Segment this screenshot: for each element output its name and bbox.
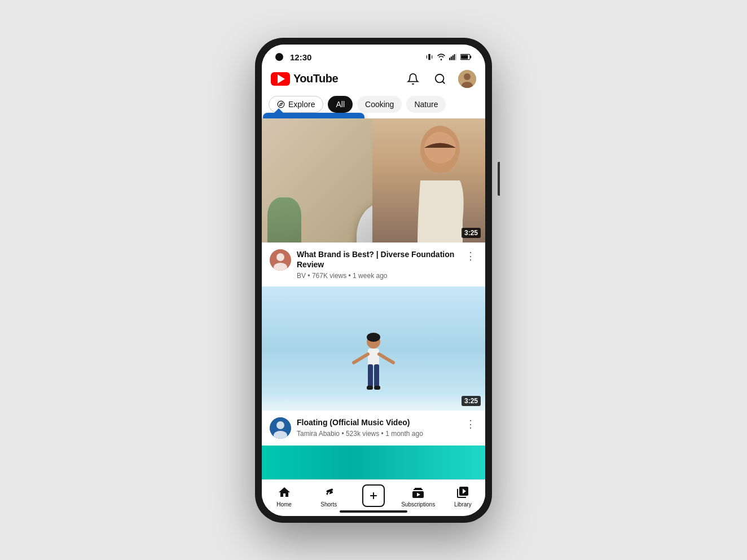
plant-decoration <box>267 197 301 242</box>
home-icon <box>278 486 291 499</box>
nav-home-label: Home <box>276 501 292 508</box>
svg-line-26 <box>379 354 393 363</box>
explore-label: Explore <box>288 100 315 109</box>
add-icon <box>362 484 385 507</box>
compass-icon <box>277 100 285 108</box>
nav-add[interactable] <box>357 484 390 509</box>
ground-hint <box>262 394 485 411</box>
nav-home[interactable]: Home <box>267 486 301 508</box>
svg-rect-6 <box>454 54 455 60</box>
video-2-info: Floating (Official Music Video) Tamira A… <box>262 411 485 446</box>
video-2-meta: Floating (Official Music Video) Tamira A… <box>297 417 458 438</box>
svg-rect-3 <box>449 58 450 60</box>
svg-point-15 <box>278 101 284 108</box>
svg-rect-9 <box>461 55 468 59</box>
person-silhouette <box>372 118 485 242</box>
avatar-person-icon <box>270 249 291 271</box>
video-2-more-button[interactable]: ⋮ <box>464 417 477 431</box>
svg-rect-2 <box>432 55 432 59</box>
svg-point-13 <box>464 73 471 80</box>
svg-rect-29 <box>367 386 373 390</box>
vibrate-icon <box>425 53 433 61</box>
subscriptions-icon <box>411 486 425 499</box>
signal-icon <box>449 54 457 60</box>
bell-icon <box>407 73 419 85</box>
phone-frame: 12:30 YouTube <box>255 38 492 523</box>
svg-rect-5 <box>452 55 454 60</box>
camera-dot <box>275 53 283 61</box>
video-1-thumbnail[interactable]: 3:25 <box>262 118 485 242</box>
video-1-channel-avatar[interactable] <box>270 249 291 271</box>
video-1-meta: What Brand is Best? | Diverse Foundation… <box>297 249 458 280</box>
play-triangle <box>278 74 285 83</box>
youtube-icon <box>271 72 290 86</box>
video-1-thumb-bg <box>262 118 485 242</box>
svg-rect-30 <box>374 386 380 390</box>
video-2-thumbnail[interactable]: 3:25 <box>262 286 485 411</box>
phone-screen: 12:30 YouTube <box>262 45 485 516</box>
search-button[interactable] <box>431 70 449 88</box>
avatar-person-2-icon <box>270 417 291 439</box>
nav-subscriptions-label: Subscriptions <box>401 501 435 508</box>
video-1-title: What Brand is Best? | Diverse Foundation… <box>297 249 458 270</box>
category-bar: Explore Explore YouTube Find trending vi… <box>262 94 485 118</box>
svg-marker-16 <box>280 103 283 105</box>
youtube-wordmark: YouTube <box>293 72 338 85</box>
nav-library-label: Library <box>454 501 472 508</box>
video-1-more-button[interactable]: ⋮ <box>464 249 477 263</box>
library-icon <box>456 486 469 499</box>
nav-shorts-label: Shorts <box>320 501 337 508</box>
video-2-avatar-bg <box>270 417 291 439</box>
video-2-duration: 3:25 <box>462 396 481 406</box>
explore-tooltip: Explore YouTube Find trending videos and… <box>263 113 364 118</box>
svg-rect-1 <box>427 55 427 59</box>
partial-thumbnail[interactable] <box>262 446 485 479</box>
svg-rect-27 <box>368 364 373 387</box>
svg-point-23 <box>367 333 380 342</box>
content-area[interactable]: 3:25 What Brand is Best? | Diverse Found… <box>262 118 485 479</box>
chip-nature[interactable]: Nature <box>406 96 446 113</box>
video-2-sub: Tamira Ababio • 523k views • 1 month ago <box>297 430 458 438</box>
video-2-title: Floating (Official Music Video) <box>297 417 458 427</box>
svg-rect-10 <box>470 56 471 59</box>
video-2-thumb-bg <box>262 286 485 411</box>
partial-thumb-bg <box>262 446 485 479</box>
video-1-avatar-bg <box>270 249 291 271</box>
search-icon <box>434 73 446 85</box>
floating-person-svg <box>351 332 396 394</box>
status-icons <box>425 53 472 61</box>
svg-line-25 <box>354 354 368 363</box>
battery-icon <box>460 54 472 60</box>
svg-rect-7 <box>455 54 456 60</box>
nav-library[interactable]: Library <box>446 486 480 508</box>
status-time: 12:30 <box>290 52 311 62</box>
video-2-channel-avatar[interactable] <box>270 417 291 439</box>
svg-rect-0 <box>428 54 430 60</box>
video-1-sub: BV • 767K views • 1 week ago <box>297 272 458 280</box>
account-button[interactable] <box>458 70 476 88</box>
svg-point-20 <box>276 253 284 261</box>
header-actions <box>404 70 476 88</box>
svg-rect-28 <box>374 364 379 387</box>
chip-cooking[interactable]: Cooking <box>357 96 402 113</box>
notifications-button[interactable] <box>404 70 422 88</box>
chip-all[interactable]: All <box>328 96 353 113</box>
explore-container: Explore Explore YouTube Find trending vi… <box>269 96 323 113</box>
video-1-duration: 3:25 <box>462 228 481 238</box>
svg-point-11 <box>436 74 444 82</box>
video-1-info: What Brand is Best? | Diverse Foundation… <box>262 242 485 286</box>
youtube-logo: YouTube <box>271 72 338 86</box>
home-indicator <box>340 510 407 513</box>
avatar-icon <box>458 70 476 88</box>
svg-rect-24 <box>368 349 379 365</box>
power-button <box>498 162 500 196</box>
nav-shorts[interactable]: Shorts <box>312 486 346 508</box>
status-bar: 12:30 <box>262 45 485 67</box>
shorts-icon <box>322 486 336 499</box>
svg-point-32 <box>276 421 284 429</box>
wifi-icon <box>437 54 446 60</box>
app-header: YouTube <box>262 67 485 94</box>
nav-subscriptions[interactable]: Subscriptions <box>401 486 435 508</box>
svg-rect-4 <box>451 56 452 60</box>
